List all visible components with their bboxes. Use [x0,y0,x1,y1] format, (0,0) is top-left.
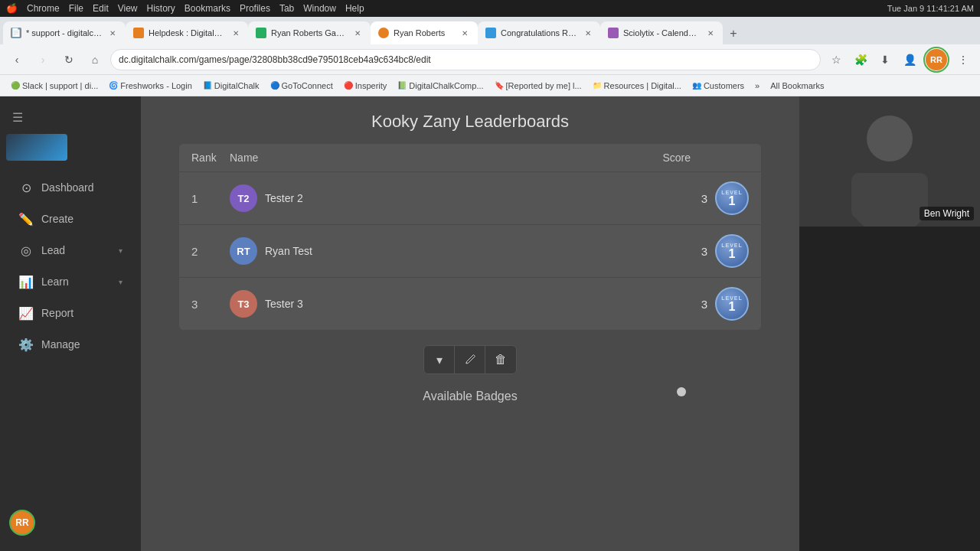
help-menu[interactable]: Help [345,3,364,14]
rank-2: 2 [191,245,230,258]
tab-close-helpdesk[interactable]: ✕ [231,28,241,38]
toolbar-chevron-btn[interactable]: ▾ [424,346,455,373]
bookmark-slack-icon: 🟢 [11,81,20,90]
bookmark-freshworks[interactable]: 🌀 Freshworks - Login [104,80,197,92]
tab-sciolytix[interactable]: Sciolytix - Calendar -... ✕ [600,21,723,44]
bookmark-reported[interactable]: 🔖 [Reported by me] l... [490,80,586,92]
table-row: 2 RT Ryan Test 3 LEVEL 1 [179,225,761,278]
tab-helpdesk[interactable]: Helpdesk : DigitalChalk ✕ [126,21,248,44]
svg-point-1 [867,116,913,161]
sidebar-item-manage[interactable]: ⚙️ Manage [6,329,135,360]
manage-icon: ⚙️ [18,337,34,352]
bookmark-dc-icon: 📘 [203,81,212,90]
menu-icon[interactable]: ⋮ [952,49,974,70]
player-1-info: T2 Tester 2 [230,184,654,212]
sidebar-item-report[interactable]: 📈 Report [6,298,135,328]
sidebar-item-create[interactable]: ✏️ Create [6,204,135,234]
table-header: Rank Name Score [179,144,761,172]
tab-ryan-games[interactable]: Ryan Roberts Games ✕ [248,21,371,44]
tab-close-congrats[interactable]: ✕ [583,28,593,38]
bookmark-more[interactable]: » [750,80,764,92]
reload-button[interactable]: ↻ [58,49,80,70]
level-badge-1: LEVEL 1 [715,181,749,215]
chrome-tabs-bar: 📄 * support - digitalchalk ✕ Helpdesk : … [0,17,980,44]
account-icon[interactable]: 👤 [899,49,920,70]
tab-close-support[interactable]: ✕ [108,28,118,38]
sidebar-item-label-create: Create [41,213,74,225]
bookmark-slack[interactable]: 🟢 Slack | support | di... [6,80,103,92]
tab-add-button[interactable]: + [723,23,744,44]
score-1: 3 [654,192,715,205]
level-badge-2: LEVEL 1 [715,234,749,268]
dashboard-icon: ⊙ [18,180,34,195]
view-menu[interactable]: View [118,3,138,14]
sidebar-item-lead[interactable]: ◎ Lead ▾ [6,235,135,266]
tab-close-sciolytix[interactable]: ✕ [705,28,715,38]
sidebar-item-dashboard[interactable]: ⊙ Dashboard [6,172,135,203]
toolbar-edit-btn[interactable] [455,346,485,373]
mac-time: Tue Jan 9 11:41:21 AM [887,4,974,13]
bookmark-customers[interactable]: 👥 Customers [688,80,749,92]
address-bar[interactable]: dc.digitalchalk.com/games/page/32808bb38… [110,49,821,70]
profiles-menu[interactable]: Profiles [240,3,270,14]
download-icon[interactable]: ⬇ [874,49,896,70]
bookmark-gotoconnect[interactable]: 🔵 GoToConnect [266,80,338,92]
sidebar-item-label-manage: Manage [41,338,80,350]
tab-menu[interactable]: Tab [279,3,294,14]
bookmark-reported-label: [Reported by me] l... [506,81,582,90]
score-3: 3 [654,298,715,311]
bookmark-customers-icon: 👥 [692,81,701,90]
sidebar: ☰ ⊙ Dashboard ✏️ Create ◎ Lead ▾ 📊 Learn… [0,96,141,551]
sidebar-profile[interactable]: RR [0,502,141,543]
tab-label-congrats: Congratulations Ryan... [501,28,579,37]
bookmark-goto-icon: 🔵 [270,81,279,90]
sidebar-item-label-report: Report [41,307,74,319]
bookmark-star[interactable]: ☆ [825,49,847,70]
report-icon: 📈 [18,305,34,321]
bookmark-insperity-label: Insperity [355,81,387,90]
leaderboard-table: Rank Name Score 1 T2 Tester 2 3 LEVEL [179,144,761,330]
file-menu[interactable]: File [69,3,83,14]
available-badges-label: Available Badges [179,390,761,409]
rank-1: 1 [191,192,230,205]
bookmark-dccomp-icon: 📗 [397,81,407,90]
create-icon: ✏️ [18,211,34,227]
tab-support[interactable]: 📄 * support - digitalchalk ✕ [3,21,126,44]
level-badge-3: LEVEL 1 [715,287,749,321]
bookmark-dc-comp[interactable]: 📗 DigitalChalkComp... [393,80,488,92]
chrome-profile[interactable]: RR [923,47,949,73]
sidebar-item-learn[interactable]: 📊 Learn ▾ [6,266,135,297]
player-3-info: T3 Tester 3 [230,290,654,318]
lead-icon: ◎ [18,243,34,258]
tab-label-ryan: Ryan Roberts [394,28,445,37]
edit-menu[interactable]: Edit [93,3,109,14]
bookmark-insperity[interactable]: 🔴 Insperity [339,80,392,92]
tab-close-ryan[interactable]: ✕ [459,28,470,38]
bookmark-resources[interactable]: 📁 Resources | Digital... [588,80,686,92]
forward-button[interactable]: › [32,49,54,70]
bookmark-slack-label: Slack | support | di... [22,81,98,90]
bookmarks-menu[interactable]: Bookmarks [185,3,230,14]
table-row: 1 T2 Tester 2 3 LEVEL 1 [179,172,761,225]
extensions-icon[interactable]: 🧩 [850,49,871,70]
chrome-label: Chrome [27,3,60,14]
bookmark-digitalchalk[interactable]: 📘 DigitalChalk [198,80,264,92]
home-button[interactable]: ⌂ [84,49,106,70]
sidebar-item-label-dashboard: Dashboard [41,181,94,194]
toolbar-delete-btn[interactable]: 🗑 [485,346,516,373]
tab-favicon-games [256,28,266,38]
tab-close-games[interactable]: ✕ [353,28,363,38]
sidebar-nav: ⊙ Dashboard ✏️ Create ◎ Lead ▾ 📊 Learn ▾… [0,171,141,360]
player-1-name: Tester 2 [265,192,303,204]
bookmark-dccomp-label: DigitalChalkComp... [409,81,483,90]
table-row: 3 T3 Tester 3 3 LEVEL 1 [179,278,761,330]
bookmark-all[interactable]: All Bookmarks [766,80,828,92]
bookmark-resources-label: Resources | Digital... [604,81,681,90]
back-button[interactable]: ‹ [6,49,28,70]
history-menu[interactable]: History [147,3,175,14]
tab-congrats[interactable]: Congratulations Ryan... ✕ [478,21,600,44]
window-menu[interactable]: Window [303,3,336,14]
tab-ryan-roberts[interactable]: Ryan Roberts ✕ [371,21,478,44]
col-header-name: Name [230,152,642,164]
sidebar-toggle[interactable]: ☰ [0,104,141,131]
